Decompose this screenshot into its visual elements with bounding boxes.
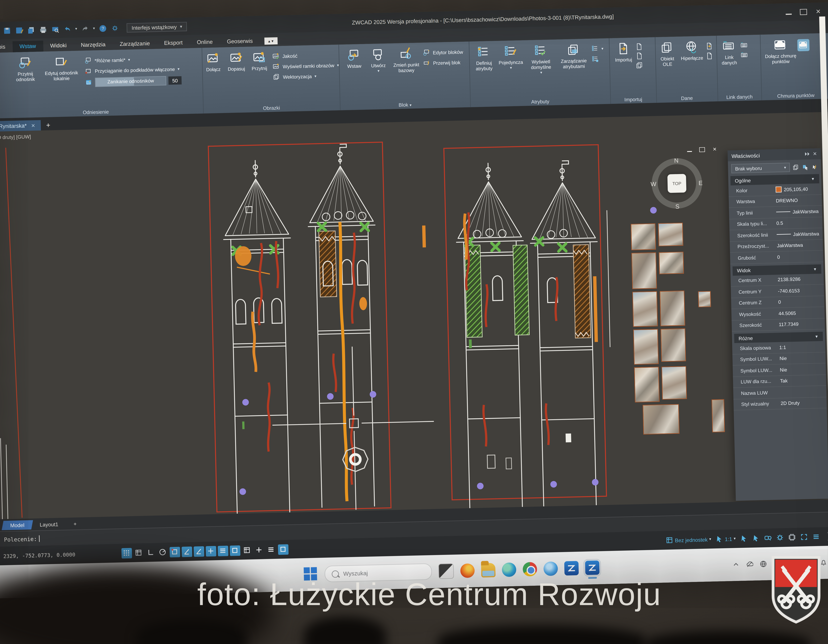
thumbnail[interactable] bbox=[658, 223, 683, 246]
thumbnail[interactable] bbox=[631, 223, 656, 250]
prop-row-szerokosc[interactable]: Szerokość 117.7349 bbox=[732, 318, 825, 331]
thumbnail[interactable] bbox=[660, 328, 686, 362]
definiuj-atrybuty-button[interactable]: Definiuj atrybuty bbox=[471, 45, 497, 72]
importuj-button[interactable]: Importuj bbox=[611, 42, 635, 63]
import-ifc-icon[interactable] bbox=[636, 61, 643, 69]
wyswietl-ramki-dropdown[interactable]: Wyświetl ramki obrazów▾ bbox=[273, 61, 339, 70]
tab-opis[interactable]: Opis bbox=[0, 41, 13, 53]
doc-close-button[interactable]: ✕ bbox=[712, 147, 718, 152]
browser-icon[interactable] bbox=[543, 562, 558, 576]
annotation-scale-select[interactable]: 1:1▾ bbox=[715, 535, 736, 543]
wektoryzacja-dropdown[interactable]: Wektoryzacja▾ bbox=[273, 72, 339, 80]
tab-narzedzia[interactable]: Narzędzia bbox=[74, 39, 113, 51]
chrome-icon[interactable] bbox=[523, 562, 537, 576]
save-as-icon[interactable] bbox=[15, 26, 24, 35]
gear-icon[interactable] bbox=[111, 24, 119, 32]
selection-cycling-toggle[interactable] bbox=[242, 545, 252, 555]
close-properties-icon[interactable]: ✕ bbox=[813, 151, 817, 157]
toggle-pickadd-icon[interactable] bbox=[811, 163, 818, 170]
tab-wstaw[interactable]: Wstaw bbox=[12, 41, 43, 52]
selection-filter-select[interactable]: Brak wyboru▾ bbox=[731, 163, 790, 173]
quick-properties-toggle[interactable] bbox=[278, 544, 288, 554]
dane-link-icon[interactable] bbox=[705, 42, 713, 50]
add-layout-button[interactable]: + bbox=[66, 518, 84, 528]
rozne-ramki-dropdown[interactable]: *Różne ramki*▾ bbox=[85, 55, 181, 64]
interface-style-select[interactable]: Interfejs wstążkowy ▾ bbox=[127, 22, 187, 32]
thumbnail[interactable] bbox=[634, 367, 660, 402]
thumbnail[interactable] bbox=[712, 399, 725, 432]
tab-geoserwis[interactable]: Geoserwis bbox=[220, 35, 260, 47]
redo-icon[interactable] bbox=[81, 25, 89, 33]
pojedyncza-dropdown[interactable]: Pojedyncza▾ bbox=[496, 44, 525, 71]
resize-grip[interactable] bbox=[824, 532, 828, 540]
compass-top-button[interactable]: TOP bbox=[667, 174, 687, 193]
drawing-canvas[interactable]: [2D druty] [GUW] bbox=[0, 112, 828, 519]
przytnij-button[interactable]: Przytnij bbox=[248, 50, 271, 72]
viewport-controls-label[interactable]: [2D druty] [GUW] bbox=[0, 134, 31, 140]
zarzadzanie-atrybutami-button[interactable]: Zarządzanie atrybutami bbox=[557, 43, 591, 70]
polar-toggle[interactable] bbox=[157, 547, 168, 558]
compass-west[interactable]: W bbox=[651, 181, 656, 187]
document-tab-trynitarska[interactable]: TRynitarska* ✕ bbox=[0, 120, 41, 132]
undo-dropdown[interactable]: ▾ bbox=[75, 27, 77, 31]
autoscale-icon[interactable] bbox=[752, 534, 760, 542]
annotation-visibility-icon[interactable] bbox=[740, 534, 748, 542]
units-select[interactable]: Bez jednostek▾ bbox=[665, 536, 711, 544]
doc-minimize-button[interactable] bbox=[687, 148, 692, 152]
compass-south[interactable]: S bbox=[675, 203, 679, 210]
firefox-icon[interactable] bbox=[460, 563, 475, 578]
snap-toggle[interactable] bbox=[133, 547, 144, 558]
zmien-punkt-bazowy-button[interactable]: Zmień punkt bazowy bbox=[390, 47, 422, 74]
clean-screen-icon[interactable] bbox=[800, 533, 808, 541]
hiperlacze-button[interactable]: Hiperłącze bbox=[678, 40, 706, 61]
dane-refresh-icon[interactable] bbox=[706, 52, 714, 60]
thumbnail[interactable] bbox=[633, 329, 659, 364]
pin-icon[interactable]: ⏵⏵ bbox=[804, 151, 810, 157]
zwcad-icon[interactable] bbox=[564, 561, 579, 576]
redo-dropdown[interactable]: ▾ bbox=[93, 26, 95, 31]
prop-row-styl-wizualny[interactable]: Styl wizualny 2D Druty bbox=[734, 397, 827, 410]
status-menu-icon[interactable] bbox=[812, 533, 820, 540]
thumbnail[interactable] bbox=[698, 291, 711, 307]
dyn-input-toggle[interactable] bbox=[205, 546, 216, 556]
settings-gear-icon[interactable] bbox=[776, 534, 784, 542]
maximize-button[interactable] bbox=[800, 9, 807, 15]
quick-select-icon[interactable] bbox=[793, 164, 799, 171]
link-upload-icon[interactable] bbox=[740, 42, 748, 49]
lineweight-toggle[interactable] bbox=[218, 545, 228, 556]
print-icon[interactable] bbox=[39, 25, 47, 34]
network-globe-icon[interactable] bbox=[760, 560, 767, 567]
copy-icon[interactable] bbox=[27, 26, 35, 34]
attr-sync-button[interactable]: ▾ bbox=[591, 45, 604, 52]
file-explorer-icon[interactable] bbox=[481, 563, 496, 577]
thumbnail[interactable] bbox=[632, 291, 658, 327]
utworz-blok-button[interactable]: Utwórz ▾ bbox=[366, 48, 390, 73]
view-compass[interactable]: N E S W TOP bbox=[651, 158, 703, 209]
workspace-switch-icon[interactable] bbox=[764, 534, 772, 542]
thumbnail[interactable] bbox=[662, 366, 687, 399]
osnap-toggle[interactable] bbox=[169, 547, 180, 557]
tab-online[interactable]: Online bbox=[190, 36, 220, 48]
onedrive-cloud-icon[interactable] bbox=[746, 560, 753, 568]
import-pdf-icon[interactable] bbox=[635, 43, 643, 51]
select-objects-icon[interactable] bbox=[802, 163, 809, 170]
ribbon-collapse-toggle[interactable]: ▲▼ bbox=[264, 37, 278, 45]
zwcad-active-icon[interactable] bbox=[585, 561, 600, 575]
preview-icon[interactable] bbox=[51, 25, 60, 34]
zanikanie-slider[interactable]: Zanikanie odnośników 50 bbox=[85, 76, 182, 87]
tray-chevron-icon[interactable] bbox=[732, 561, 740, 568]
hardware-accel-icon[interactable] bbox=[788, 533, 796, 541]
wyswietl-domyslne-dropdown[interactable]: Wyświetl domyślne▾ bbox=[525, 44, 557, 75]
grid-toggle[interactable] bbox=[121, 548, 132, 558]
dopasuj-button[interactable]: Dopasuj bbox=[224, 51, 248, 72]
tab-zarzadzanie[interactable]: Zarządzanie bbox=[113, 38, 157, 50]
dolacz-chmure-button[interactable]: Dołącz chmurę punktów bbox=[763, 38, 798, 65]
thumbnail[interactable] bbox=[659, 252, 684, 274]
thumbnail[interactable] bbox=[643, 404, 679, 435]
chmura-small-icon[interactable] bbox=[797, 39, 809, 51]
link-danych-button[interactable]: Link danych bbox=[717, 39, 741, 66]
close-button[interactable]: ✕ bbox=[815, 8, 822, 14]
otrack-toggle[interactable] bbox=[181, 546, 192, 557]
przerwij-blok-button[interactable]: Przerwij blok bbox=[423, 59, 463, 67]
tab-eksport[interactable]: Eksport bbox=[157, 37, 190, 49]
